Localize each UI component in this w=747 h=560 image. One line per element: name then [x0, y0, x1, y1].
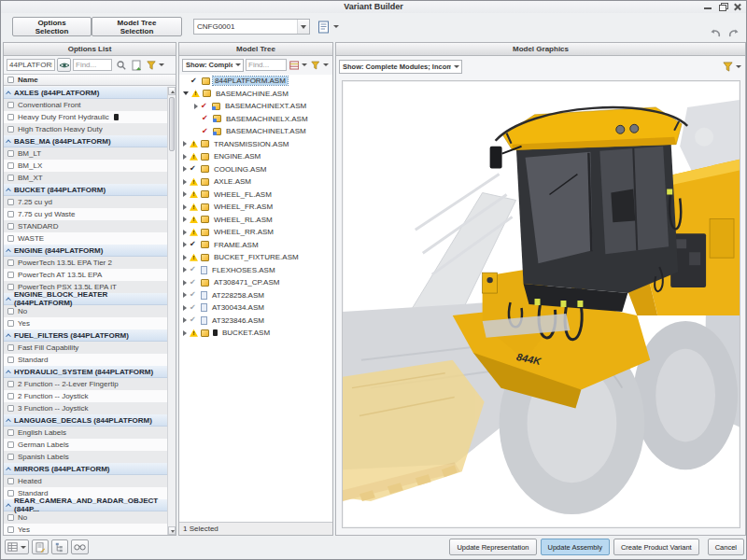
- option-row[interactable]: Standard: [4, 354, 167, 366]
- expand-icon[interactable]: [183, 179, 187, 185]
- redo-icon[interactable]: [728, 29, 740, 39]
- option-row[interactable]: 2 Function -- Joystick: [4, 390, 167, 402]
- option-checkbox[interactable]: [7, 320, 14, 327]
- scroll-down-icon[interactable]: [168, 526, 176, 535]
- tree-show-filter[interactable]: Show: Complete ...: [182, 59, 244, 72]
- collapse-chevron-icon[interactable]: [6, 468, 11, 473]
- option-row[interactable]: Heated: [4, 475, 167, 487]
- option-group-header[interactable]: BUCKET (844PLATFORM): [4, 184, 167, 196]
- expand-icon[interactable]: [183, 217, 187, 222]
- option-checkbox[interactable]: [7, 150, 14, 157]
- option-checkbox[interactable]: [7, 102, 14, 108]
- tree-item[interactable]: COOLING.ASM: [179, 163, 332, 176]
- option-group-header[interactable]: MIRRORS (844PLATFORM): [4, 463, 167, 475]
- option-row[interactable]: English Labels: [4, 427, 167, 439]
- option-checkbox[interactable]: [7, 478, 14, 484]
- option-row[interactable]: BM_LX: [4, 160, 167, 172]
- tree-item[interactable]: AT308471_CP.ASM: [179, 276, 332, 289]
- expand-icon[interactable]: [183, 204, 187, 210]
- expand-icon[interactable]: [183, 166, 187, 172]
- expand-icon[interactable]: [183, 280, 187, 286]
- option-row[interactable]: Fast Fill Capability: [4, 342, 167, 354]
- option-row[interactable]: BM_XT: [4, 172, 167, 184]
- options-search-button[interactable]: [114, 58, 128, 72]
- options-selection-button[interactable]: Options Selection: [12, 17, 92, 36]
- option-row[interactable]: Conventional Front: [4, 99, 167, 111]
- select-all-checkbox[interactable]: [7, 77, 14, 83]
- close-icon[interactable]: [733, 3, 742, 11]
- option-checkbox[interactable]: [7, 199, 14, 205]
- cancel-button[interactable]: Cancel: [708, 539, 744, 555]
- preview-button[interactable]: [71, 539, 89, 554]
- option-checkbox[interactable]: [7, 514, 14, 521]
- expand-icon[interactable]: [183, 242, 187, 247]
- option-row[interactable]: PowerTech 13.5L EPA Tier 2: [4, 257, 167, 269]
- option-checkbox[interactable]: [7, 405, 14, 412]
- option-row[interactable]: 3 Function -- Joystick: [4, 402, 167, 414]
- option-checkbox[interactable]: [7, 393, 14, 399]
- graphics-show-filter[interactable]: Show: Complete Modules; Incompl...: [339, 60, 462, 74]
- option-checkbox[interactable]: [7, 175, 14, 181]
- expand-icon[interactable]: [183, 141, 187, 147]
- option-row[interactable]: Heavy Duty Front Hydraulic: [4, 111, 167, 123]
- expand-icon[interactable]: [183, 230, 187, 235]
- option-checkbox[interactable]: [7, 381, 14, 387]
- option-checkbox[interactable]: [7, 308, 14, 315]
- show-options-button[interactable]: [57, 58, 71, 72]
- tree-item[interactable]: WHEEL_RR.ASM: [179, 226, 332, 239]
- tree-item[interactable]: BASEMACHINE.ASM: [179, 88, 332, 101]
- option-checkbox[interactable]: [7, 454, 14, 460]
- option-checkbox[interactable]: [7, 272, 14, 278]
- tree-item[interactable]: AT300434.ASM: [179, 301, 332, 315]
- expand-icon[interactable]: [194, 104, 198, 109]
- tree-item[interactable]: BASEMACHINELX.ASM: [179, 113, 332, 126]
- option-checkbox[interactable]: [7, 114, 14, 120]
- model-3d-view[interactable]: 844K: [343, 81, 740, 527]
- create-product-variant-button[interactable]: Create Product Variant: [613, 539, 699, 555]
- options-find-input[interactable]: [73, 59, 112, 71]
- option-row[interactable]: 7.75 cu yd Waste: [4, 208, 167, 220]
- options-model-filter-input[interactable]: [7, 59, 55, 71]
- option-checkbox[interactable]: [7, 162, 14, 169]
- notes-button[interactable]: [32, 539, 49, 554]
- scrollbar-thumb[interactable]: [169, 97, 175, 151]
- option-checkbox[interactable]: [7, 526, 14, 533]
- collapse-chevron-icon[interactable]: [6, 504, 11, 510]
- collapse-icon[interactable]: [183, 91, 189, 95]
- collapse-chevron-icon[interactable]: [6, 371, 11, 376]
- config-file-menu-caret[interactable]: [330, 19, 339, 35]
- option-row[interactable]: German Labels: [4, 439, 167, 451]
- expand-icon[interactable]: [183, 154, 187, 160]
- tree-item[interactable]: AXLE.ASM: [179, 175, 332, 189]
- option-checkbox[interactable]: [7, 490, 14, 497]
- option-row[interactable]: WASTE: [4, 232, 167, 245]
- option-group-header[interactable]: ENGINE (844PLATFORM): [4, 245, 167, 257]
- option-group-header[interactable]: REAR_CAMERA_AND_RADAR_OBJECT (844P...: [4, 499, 167, 511]
- tree-item[interactable]: TRANSMISSION.ASM: [179, 138, 332, 151]
- collapse-chevron-icon[interactable]: [6, 91, 11, 97]
- tree-item[interactable]: FRAME.ASM: [179, 239, 332, 252]
- tree-item[interactable]: AT228258.ASM: [179, 289, 332, 302]
- tree-filter-button[interactable]: [310, 58, 330, 72]
- option-checkbox[interactable]: [7, 357, 14, 363]
- update-representation-button[interactable]: Update Representation: [449, 539, 536, 555]
- scroll-up-icon[interactable]: [168, 87, 176, 95]
- option-row[interactable]: Spanish Labels: [4, 451, 167, 463]
- option-row[interactable]: BM_LT: [4, 147, 167, 160]
- option-row[interactable]: Yes: [4, 317, 167, 329]
- undo-icon[interactable]: [709, 29, 721, 39]
- expand-icon[interactable]: [183, 330, 187, 336]
- tree-item[interactable]: 844PLATFORM.ASM: [179, 75, 332, 88]
- collapse-chevron-icon[interactable]: [6, 334, 11, 340]
- option-checkbox[interactable]: [7, 223, 14, 230]
- tree-item[interactable]: WHEEL_FR.ASM: [179, 201, 332, 214]
- option-checkbox[interactable]: [7, 211, 14, 217]
- tree-item[interactable]: WHEEL_FL.ASM: [179, 189, 332, 202]
- model-tree-selection-button[interactable]: Model Tree Selection: [92, 17, 182, 36]
- tree-find-input[interactable]: [246, 59, 287, 71]
- expand-icon[interactable]: [183, 255, 187, 260]
- tree-item[interactable]: FLEXHOSES.ASM: [179, 264, 332, 277]
- table-view-button[interactable]: [5, 539, 29, 554]
- tree-item[interactable]: BUCKET.ASM: [179, 327, 332, 340]
- option-row[interactable]: 2 Function -- 2-Lever Fingertip: [4, 378, 167, 390]
